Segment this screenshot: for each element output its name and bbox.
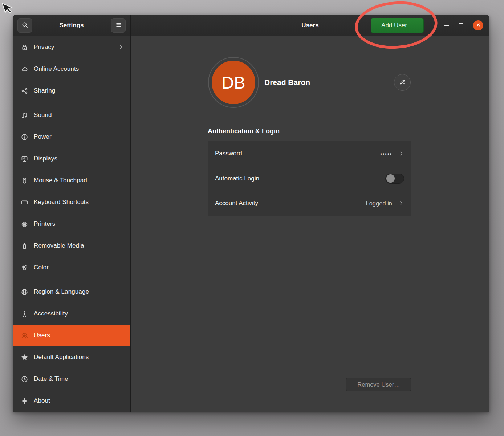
printer-icon: [20, 220, 28, 228]
edit-name-button[interactable]: [394, 74, 411, 91]
sidebar-item-label: Accessibility: [34, 310, 68, 317]
row-end: •••••: [380, 151, 404, 156]
minimize-icon[interactable]: [444, 25, 449, 26]
avatar[interactable]: DB: [208, 57, 259, 108]
row-value: •••••: [380, 151, 392, 156]
auth-rows: Password•••••Automatic LoginAccount Acti…: [208, 141, 411, 216]
auth-login-card: Password•••••Automatic LoginAccount Acti…: [208, 141, 411, 216]
maximize-icon[interactable]: [459, 23, 463, 28]
auth-row-automatic-login[interactable]: Automatic Login: [208, 166, 411, 191]
sidebar-item-displays[interactable]: Displays: [13, 148, 130, 170]
sidebar-item-accessibility[interactable]: Accessibility: [13, 303, 130, 325]
star-icon: [20, 353, 28, 361]
sparkle-icon: [20, 397, 28, 405]
sidebar-item-sound[interactable]: Sound: [13, 104, 130, 126]
sidebar-header: Settings: [13, 15, 131, 36]
search-icon: [21, 21, 28, 30]
sound-icon: [20, 111, 28, 119]
chevron-right-icon: [118, 44, 124, 50]
sidebar-item-label: Sharing: [34, 87, 55, 94]
settings-window: Settings Users Add User… PrivacyOn: [13, 15, 489, 412]
globe-icon: [20, 288, 28, 296]
accessibility-icon: [20, 310, 28, 318]
menu-button[interactable]: [111, 18, 126, 33]
sidebar-item-mouse-touchpad[interactable]: Mouse & Touchpad: [13, 170, 130, 191]
sidebar-item-region-language[interactable]: Region & Language: [13, 281, 130, 303]
sidebar-item-removable-media[interactable]: Removable Media: [13, 235, 130, 257]
toggle-knob: [386, 174, 395, 183]
color-icon: [20, 264, 28, 272]
sidebar-item-printers[interactable]: Printers: [13, 213, 130, 235]
clock-icon: [20, 375, 28, 383]
sidebar-item-label: Sound: [34, 111, 52, 119]
sidebar-item-keyboard-shortcuts[interactable]: Keyboard Shortcuts: [13, 191, 130, 213]
user-full-name: Dread Baron: [264, 78, 310, 87]
auth-row-account-activity[interactable]: Account ActivityLogged in: [208, 191, 411, 216]
close-icon: [476, 22, 481, 29]
displays-icon: [20, 155, 28, 163]
pencil-icon: [399, 78, 406, 87]
avatar-initials: DB: [212, 61, 255, 104]
users-icon: [20, 331, 28, 339]
row-end: [385, 174, 404, 184]
sidebar-item-label: Default Applications: [34, 354, 89, 361]
mouse-cursor-icon: [1, 1, 13, 17]
row-label: Account Activity: [215, 200, 258, 207]
lock-icon: [20, 43, 28, 51]
row-label: Automatic Login: [215, 175, 259, 182]
sidebar-separator: [13, 103, 130, 103]
sidebar: PrivacyOnline AccountsSharingSoundPowerD…: [13, 36, 131, 412]
sidebar-item-label: Power: [34, 133, 52, 140]
page-title: Users: [301, 22, 318, 29]
row-end: Logged in: [366, 200, 405, 207]
usb-icon: [20, 242, 28, 250]
row-value: Logged in: [366, 200, 393, 207]
row-label: Password: [215, 150, 242, 157]
section-title: Authentication & Login: [208, 127, 280, 135]
users-panel: DB Dread Baron Authentication & Login Pa…: [131, 36, 489, 412]
chevron-right-icon: [398, 200, 404, 206]
sidebar-item-users[interactable]: Users: [13, 325, 130, 346]
add-user-button[interactable]: Add User…: [371, 18, 424, 33]
share-icon: [20, 87, 28, 95]
sidebar-item-label: Removable Media: [34, 242, 84, 249]
chevron-right-icon: [398, 151, 404, 156]
window-title: Settings: [59, 22, 84, 29]
keyboard-icon: [20, 198, 28, 206]
automatic-login-toggle[interactable]: [385, 174, 404, 184]
content-header: Users Add User…: [131, 15, 489, 36]
sidebar-item-about[interactable]: About: [13, 390, 130, 412]
cloud-icon: [20, 65, 28, 73]
sidebar-item-date-time[interactable]: Date & Time: [13, 368, 130, 390]
sidebar-item-label: Mouse & Touchpad: [34, 177, 87, 184]
sidebar-item-label: Keyboard Shortcuts: [34, 199, 89, 206]
sidebar-item-privacy[interactable]: Privacy: [13, 36, 130, 58]
sidebar-item-label: Online Accounts: [34, 65, 79, 73]
window-controls: [444, 15, 483, 36]
sidebar-item-label: Privacy: [34, 44, 54, 51]
sidebar-item-label: Color: [34, 264, 49, 271]
sidebar-item-label: Region & Language: [34, 288, 89, 296]
sidebar-separator: [13, 280, 130, 280]
sidebar-item-label: About: [34, 397, 50, 404]
sidebar-item-color[interactable]: Color: [13, 257, 130, 278]
remove-user-button[interactable]: Remove User…: [346, 378, 411, 391]
sidebar-list: PrivacyOnline AccountsSharingSoundPowerD…: [13, 36, 130, 412]
hamburger-icon: [115, 21, 122, 30]
sidebar-item-label: Displays: [34, 155, 57, 162]
titlebar: Settings Users Add User…: [13, 15, 489, 36]
sidebar-item-sharing[interactable]: Sharing: [13, 80, 130, 102]
search-button[interactable]: [17, 18, 32, 33]
auth-row-password[interactable]: Password•••••: [208, 141, 411, 166]
sidebar-item-label: Printers: [34, 220, 55, 228]
mouse-icon: [20, 176, 28, 184]
power-icon: [20, 133, 28, 141]
sidebar-item-default-applications[interactable]: Default Applications: [13, 346, 130, 368]
sidebar-item-power[interactable]: Power: [13, 126, 130, 148]
sidebar-item-online-accounts[interactable]: Online Accounts: [13, 58, 130, 80]
close-button[interactable]: [473, 20, 483, 30]
sidebar-item-label: Users: [34, 332, 50, 339]
sidebar-item-label: Date & Time: [34, 375, 68, 383]
